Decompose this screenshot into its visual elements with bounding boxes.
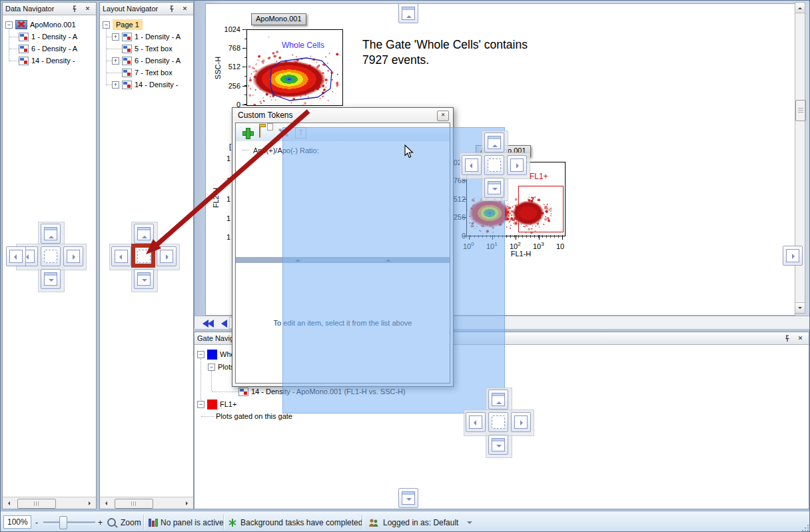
plot-label[interactable]: 1 - Density - A [31,33,77,41]
expand-icon[interactable]: + [112,33,119,41]
tree-row-plot[interactable]: + 6 - Density - A [112,55,181,67]
add-token-icon[interactable] [241,126,254,139]
resize-grip[interactable] [807,525,809,526]
dock-bottom-icon[interactable] [134,269,154,289]
item-label[interactable]: 5 - Text box [135,45,173,53]
dock-center-icon[interactable] [41,246,61,266]
dock-left-icon[interactable] [466,412,486,432]
plot-label[interactable]: 14 - Density - [31,57,75,65]
close-icon[interactable]: ✕ [179,4,191,14]
close-icon[interactable]: ✕ [795,334,806,344]
separator [362,515,363,529]
scrollbar-thumb[interactable] [17,499,56,509]
tree-row-page[interactable]: − Page 1 [103,19,143,31]
zoom-slider-track[interactable] [43,521,95,524]
collapse-icon[interactable]: − [197,401,204,408]
events-note-textbox[interactable]: The Gate 'Whole Cells' contains 7927 eve… [362,37,562,68]
dock-right-icon[interactable] [63,246,83,266]
previous-page-icon[interactable] [217,318,227,330]
dock-bottom-icon[interactable] [41,269,61,289]
logged-in-text[interactable]: Logged in as: Default [383,511,458,532]
dock-right-icon[interactable] [511,412,531,432]
expand-icon[interactable]: + [112,57,119,65]
background-tasks-text[interactable]: Background tasks have completed [240,511,362,532]
plot-label[interactable]: 14 - Density - [135,81,178,89]
tree-row-datafile[interactable]: − ApoMono.001 [5,19,76,31]
dock-guide-cross-data-navigator [16,222,85,291]
dock-top-icon[interactable] [41,224,61,244]
dock-left-icon[interactable] [462,155,482,175]
collapse-icon[interactable]: − [103,21,110,29]
first-page-icon[interactable] [199,318,214,330]
vertical-scrollbar[interactable] [795,2,805,314]
pin-icon[interactable] [781,334,793,344]
dialog-title: Custom Tokens [238,111,292,120]
collapse-icon[interactable]: − [5,21,13,29]
datafile-label[interactable]: ApoMono.001 [30,21,76,29]
page-label-selected[interactable]: Page 1 [113,19,143,30]
plot-label[interactable]: 1 - Density - A [135,33,181,41]
dock-edge-bottom-icon[interactable] [398,488,418,508]
horizontal-scrollbar[interactable] [100,497,193,509]
whole-cells-gate-label[interactable]: Whole Cells [282,41,324,50]
tree-row-plot[interactable]: + 1 - Density - A [112,31,181,43]
tree-row-textbox[interactable]: 7 - Text box [122,67,173,79]
gate-name[interactable]: FL1+ [220,400,236,408]
gate-color-swatch-blue[interactable] [207,350,217,360]
scroll-left-icon[interactable] [4,499,13,507]
plot-label[interactable]: 6 - Density - A [31,45,77,53]
dialog-titlebar[interactable]: Custom Tokens [232,108,453,123]
pin-icon[interactable] [166,4,177,14]
scrollbar-thumb[interactable] [115,499,153,509]
dock-edge-left-icon[interactable] [6,246,26,266]
expand-icon[interactable]: + [112,81,119,89]
dock-edge-right-icon[interactable] [783,246,803,266]
scroll-right-icon[interactable] [183,499,192,507]
tree-row-textbox[interactable]: 5 - Text box [122,43,173,55]
scroll-left-icon[interactable] [101,499,111,507]
horizontal-scrollbar[interactable] [3,497,96,509]
collapse-icon[interactable]: − [208,364,215,371]
zoom-in-button[interactable]: + [98,511,103,532]
item-label[interactable]: 7 - Text box [135,69,173,77]
collapse-icon[interactable]: − [197,351,204,358]
dock-top-icon[interactable] [134,224,154,244]
gate-color-swatch-red[interactable] [207,399,217,409]
gate-plots-label[interactable]: Plots gated on this gate [216,412,292,420]
panel-status-text[interactable]: No panel is active [161,511,224,532]
zoom-out-button[interactable]: - [35,511,38,532]
dock-center-icon[interactable] [484,155,504,175]
tree-connector [107,49,121,49]
fl1-gate-label[interactable]: FL1+ [530,172,548,181]
dock-center-icon[interactable] [488,412,508,432]
scrollbar-thumb[interactable] [795,100,806,121]
dock-left-icon[interactable] [111,246,131,266]
gate-plots-row[interactable]: Plots gated on this gate [216,410,292,422]
tree-row-plot[interactable]: + 14 - Density - [112,79,178,91]
dock-edge-top-icon[interactable] [398,3,418,23]
gate-row[interactable]: − FL1+ [197,398,236,410]
tree-row-plot[interactable]: 14 - Density - [19,55,75,67]
tree-row-plot[interactable]: 1 - Density - A [19,31,77,43]
scroll-up-icon[interactable] [795,3,805,13]
zoom-slider-thumb[interactable] [59,516,67,529]
tree-row-plot[interactable]: 6 - Density - A [19,43,77,55]
dialog-close-icon[interactable]: ✕ [437,111,449,121]
plot1-density-plot[interactable]: Whole Cells [246,29,343,106]
dock-bottom-icon[interactable] [484,178,504,198]
scroll-down-icon[interactable] [795,302,805,313]
plot2-ytick: 1 [225,233,230,241]
pin-icon[interactable] [69,4,80,14]
edit-token-icon[interactable] [259,125,260,138]
datafile-icon [15,20,27,29]
login-dropdown-icon[interactable] [467,511,472,532]
scroll-right-icon[interactable] [85,499,95,507]
dock-bottom-icon[interactable] [488,435,508,455]
dock-right-icon[interactable] [507,155,527,175]
zoom-value-box[interactable]: 100% [3,515,31,529]
close-icon[interactable]: ✕ [82,4,93,14]
dock-top-icon[interactable] [488,390,508,409]
plot-label[interactable]: 6 - Density - A [135,57,181,65]
dock-right-icon[interactable] [157,246,177,266]
dock-top-icon[interactable] [484,133,504,152]
